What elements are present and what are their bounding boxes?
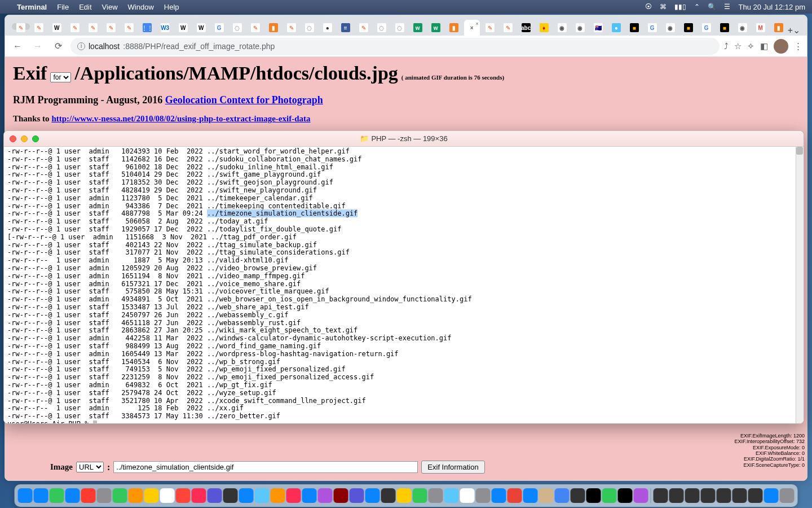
geolocation-link[interactable]: Geolocation Context for Photograph bbox=[165, 94, 323, 106]
browser-tab[interactable]: ▮ bbox=[266, 20, 281, 36]
browser-tab[interactable]: ◌ bbox=[302, 20, 317, 36]
sidepanel-icon[interactable]: ◧ bbox=[760, 41, 768, 51]
dock-app-icon[interactable] bbox=[654, 488, 668, 503]
dock-app-icon[interactable] bbox=[302, 488, 317, 503]
browser-tab[interactable]: ◉ bbox=[554, 20, 570, 36]
bluetooth-icon[interactable]: ⌘ bbox=[660, 3, 667, 11]
browser-tab[interactable]: ✎ bbox=[284, 20, 299, 36]
browser-tab[interactable]: G bbox=[211, 20, 227, 36]
dock-app-icon[interactable] bbox=[176, 488, 191, 503]
wifi-icon[interactable]: ⌃ bbox=[694, 3, 700, 11]
menubar-edit[interactable]: Edit bbox=[79, 3, 91, 11]
dock-app-icon[interactable] bbox=[255, 488, 270, 503]
browser-tab[interactable]: 🇦🇺 bbox=[590, 20, 606, 36]
dock-app-icon[interactable] bbox=[602, 488, 617, 503]
dock-app-icon[interactable] bbox=[732, 488, 747, 503]
browser-tab[interactable]: ● bbox=[320, 20, 336, 36]
tab-close-icon[interactable]: × bbox=[475, 21, 478, 27]
browser-tab[interactable]: ▮ bbox=[446, 20, 462, 36]
dock-app-icon[interactable] bbox=[318, 488, 333, 503]
image-source-select[interactable]: URL bbox=[76, 462, 104, 472]
browser-tab[interactable]: ■ bbox=[717, 20, 732, 36]
browser-tab[interactable]: ✎ bbox=[482, 20, 498, 36]
term-minimize-icon[interactable] bbox=[21, 135, 28, 142]
browser-tab[interactable]: abc bbox=[518, 20, 534, 36]
dock-app-icon[interactable] bbox=[397, 488, 412, 503]
browser-tab[interactable]: M bbox=[753, 20, 769, 36]
terminal-titlebar[interactable]: 📁 PHP — -zsh — 199×36 bbox=[4, 131, 804, 147]
dock-app-icon[interactable] bbox=[571, 488, 585, 503]
menubar-window[interactable]: Window bbox=[128, 3, 154, 11]
browser-tab[interactable]: ▮ bbox=[771, 20, 787, 36]
dock-app-icon[interactable] bbox=[113, 488, 127, 503]
browser-tab[interactable]: w bbox=[410, 20, 426, 36]
menubar-view[interactable]: View bbox=[102, 3, 118, 11]
dock-app-icon[interactable] bbox=[18, 488, 33, 503]
browser-tab[interactable]: ×× bbox=[464, 20, 480, 36]
menubar-file[interactable]: File bbox=[57, 3, 69, 11]
browser-tab[interactable]: ◉ bbox=[735, 20, 751, 36]
browser-tab[interactable]: G bbox=[645, 20, 660, 36]
browser-tab[interactable]: W bbox=[49, 20, 65, 36]
dock-app-icon[interactable] bbox=[444, 488, 459, 503]
image-url-input[interactable] bbox=[113, 461, 418, 473]
dock-app-icon[interactable] bbox=[81, 488, 96, 503]
dock-app-icon[interactable] bbox=[508, 488, 522, 503]
browser-tab[interactable]: G bbox=[699, 20, 714, 36]
term-close-icon[interactable] bbox=[10, 135, 16, 142]
address-bar[interactable]: i localhost:8888/PHP/read_exif_off_image… bbox=[70, 38, 720, 55]
browser-tab[interactable]: ■ bbox=[681, 20, 696, 36]
browser-tab[interactable]: ◉ bbox=[572, 20, 588, 36]
browser-tab[interactable]: ✎ bbox=[67, 20, 83, 36]
dock-app-icon[interactable] bbox=[271, 488, 285, 503]
dock-app-icon[interactable] bbox=[429, 488, 443, 503]
dock-app-icon[interactable] bbox=[685, 488, 700, 503]
dock-app-icon[interactable] bbox=[780, 488, 795, 503]
menubar-help[interactable]: Help bbox=[164, 3, 179, 11]
browser-tab[interactable]: ♦ bbox=[536, 20, 552, 36]
title-mode-select[interactable]: for bbox=[50, 72, 71, 82]
profile-avatar[interactable] bbox=[774, 39, 788, 54]
browser-tab[interactable]: ✎ bbox=[13, 20, 29, 36]
menubar-clock[interactable]: Thu 20 Jul 12:12 pm bbox=[738, 3, 805, 11]
dock-app-icon[interactable] bbox=[618, 488, 633, 503]
dock-app-icon[interactable] bbox=[764, 488, 779, 503]
terminal-scrollbar[interactable] bbox=[796, 147, 804, 423]
dock-app-icon[interactable] bbox=[586, 488, 601, 503]
control-center-icon[interactable]: ☰ bbox=[724, 3, 730, 11]
browser-tab[interactable]: ✎ bbox=[356, 20, 372, 36]
browser-tab[interactable]: ≡ bbox=[338, 20, 354, 36]
site-info-icon[interactable]: i bbox=[77, 42, 85, 50]
back-button[interactable]: ← bbox=[10, 38, 25, 54]
browser-tab[interactable]: ⋮⋮ bbox=[139, 20, 155, 36]
browser-tab[interactable]: ◌ bbox=[230, 20, 245, 36]
spotlight-icon[interactable]: 🔍 bbox=[708, 3, 716, 11]
dock-app-icon[interactable] bbox=[669, 488, 684, 503]
dock-app-icon[interactable] bbox=[192, 488, 206, 503]
browser-tab[interactable]: ● bbox=[608, 20, 624, 36]
menubar-app-name[interactable]: Terminal bbox=[17, 3, 47, 11]
chrome-menu-icon[interactable]: ⋮ bbox=[794, 41, 802, 51]
dock-app-icon[interactable] bbox=[460, 488, 475, 503]
dock-app-icon[interactable] bbox=[539, 488, 554, 503]
dock-app-icon[interactable] bbox=[381, 488, 396, 503]
dock-app-icon[interactable] bbox=[239, 488, 254, 503]
terminal-output[interactable]: -rw-r--r--@ 1 user admin 1024393 10 Feb … bbox=[4, 147, 804, 423]
dock-app-icon[interactable] bbox=[208, 488, 222, 503]
dock-app-icon[interactable] bbox=[555, 488, 570, 503]
dock-app-icon[interactable] bbox=[476, 488, 491, 503]
dock-app-icon[interactable] bbox=[748, 488, 763, 503]
browser-tab[interactable]: ■ bbox=[626, 20, 642, 36]
dock-app-icon[interactable] bbox=[523, 488, 538, 503]
dock-app-icon[interactable] bbox=[634, 488, 648, 503]
browser-tab[interactable]: W3 bbox=[157, 20, 173, 36]
forward-button[interactable]: → bbox=[30, 38, 46, 54]
dock-app-icon[interactable] bbox=[129, 488, 143, 503]
browser-tab[interactable]: ◌ bbox=[374, 20, 390, 36]
dock-app-icon[interactable] bbox=[413, 488, 427, 503]
browser-tab[interactable]: ◉ bbox=[663, 20, 678, 36]
browser-tab[interactable]: ✎ bbox=[500, 20, 516, 36]
dock-app-icon[interactable] bbox=[97, 488, 112, 503]
thanks-link[interactable]: http://www.v-nessa.net/2010/08/02/using-… bbox=[51, 114, 310, 123]
dock-app-icon[interactable] bbox=[160, 488, 175, 503]
